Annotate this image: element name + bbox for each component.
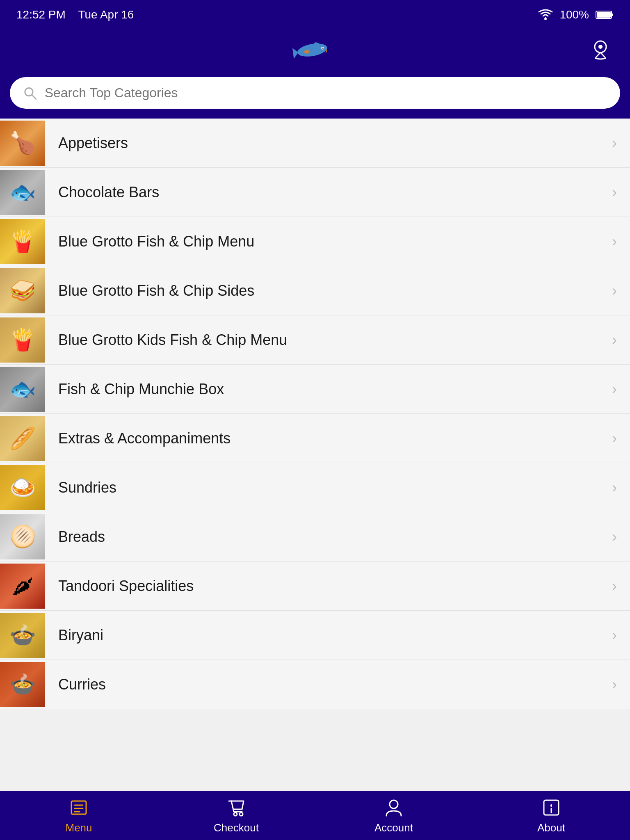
app-logo <box>290 38 340 62</box>
svg-line-12 <box>32 95 36 99</box>
category-label-fish-chip-sides: Blue Grotto Fish & Chip Sides <box>45 282 612 299</box>
category-thumb-breads: 🫓 <box>0 514 45 559</box>
about-icon <box>541 797 562 818</box>
chevron-icon-munchie-box: › <box>612 381 630 398</box>
chevron-icon-curries: › <box>612 676 630 693</box>
search-icon <box>23 86 37 100</box>
category-thumb-tandoori: 🌶 <box>0 564 45 609</box>
status-icons: 100% <box>538 8 614 21</box>
category-item-extras[interactable]: 🥖Extras & Accompaniments› <box>0 414 630 463</box>
nav-account[interactable]: Account <box>315 797 472 834</box>
svg-rect-2 <box>597 12 611 18</box>
category-item-fish-chip-sides[interactable]: 🥪Blue Grotto Fish & Chip Sides› <box>0 266 630 315</box>
category-label-chocolate-bars: Chocolate Bars <box>45 184 612 201</box>
category-item-kids-fish-chip[interactable]: 🍟Blue Grotto Kids Fish & Chip Menu› <box>0 315 630 365</box>
nav-account-label: Account <box>374 822 413 834</box>
menu-icon <box>68 797 89 818</box>
category-label-munchie-box: Fish & Chip Munchie Box <box>45 381 612 398</box>
location-button[interactable] <box>587 36 614 64</box>
category-label-curries: Curries <box>45 676 612 693</box>
svg-point-18 <box>240 813 243 816</box>
category-label-sundries: Sundries <box>45 479 612 496</box>
category-item-sundries[interactable]: 🍛Sundries› <box>0 463 630 512</box>
chevron-icon-appetisers: › <box>612 135 630 152</box>
category-item-fish-chip-menu[interactable]: 🍟Blue Grotto Fish & Chip Menu› <box>0 217 630 266</box>
chevron-icon-sundries: › <box>612 479 630 496</box>
nav-about[interactable]: About <box>472 797 630 834</box>
category-thumb-chocolate-bars: 🐟 <box>0 170 45 215</box>
chevron-icon-fish-chip-sides: › <box>612 282 630 299</box>
category-item-appetisers[interactable]: 🍗Appetisers› <box>0 119 630 168</box>
category-thumb-appetisers: 🍗 <box>0 121 45 166</box>
category-label-fish-chip-menu: Blue Grotto Fish & Chip Menu <box>45 233 612 250</box>
chevron-icon-extras: › <box>612 430 630 447</box>
category-label-kids-fish-chip: Blue Grotto Kids Fish & Chip Menu <box>45 331 612 349</box>
battery-icon <box>596 10 614 20</box>
nav-about-label: About <box>537 822 565 834</box>
cart-icon <box>226 797 247 818</box>
svg-point-7 <box>322 48 324 49</box>
category-thumb-fish-chip-sides: 🥪 <box>0 268 45 313</box>
status-bar: 12:52 PM Tue Apr 16 100% <box>0 0 630 30</box>
bottom-navigation: Menu Checkout Account About <box>0 791 630 840</box>
nav-checkout-label: Checkout <box>214 822 259 834</box>
svg-rect-3 <box>612 14 613 16</box>
category-label-breads: Breads <box>45 528 612 546</box>
nav-menu-label: Menu <box>65 822 92 834</box>
chevron-icon-tandoori: › <box>612 578 630 595</box>
chevron-icon-kids-fish-chip: › <box>612 331 630 349</box>
nav-checkout[interactable]: Checkout <box>158 797 315 834</box>
search-container <box>0 71 630 119</box>
svg-point-10 <box>598 45 603 49</box>
svg-point-4 <box>297 41 328 59</box>
category-item-tandoori[interactable]: 🌶Tandoori Specialities› <box>0 562 630 611</box>
search-input[interactable] <box>45 85 607 100</box>
account-icon <box>383 797 404 818</box>
category-item-biryani[interactable]: 🍲Biryani› <box>0 611 630 660</box>
svg-point-19 <box>390 800 398 808</box>
category-thumb-curries: 🍲 <box>0 662 45 707</box>
category-thumb-biryani: 🍲 <box>0 613 45 658</box>
category-thumb-sundries: 🍛 <box>0 465 45 510</box>
status-date: Tue Apr 16 <box>78 8 134 21</box>
category-label-appetisers: Appetisers <box>45 135 612 152</box>
chevron-icon-breads: › <box>612 528 630 546</box>
chevron-icon-chocolate-bars: › <box>612 184 630 201</box>
status-time: 12:52 PM <box>16 8 66 21</box>
wifi-icon <box>538 9 553 21</box>
category-item-munchie-box[interactable]: 🐟Fish & Chip Munchie Box› <box>0 365 630 414</box>
location-pin-icon <box>587 36 614 62</box>
svg-point-0 <box>544 18 547 20</box>
category-thumb-fish-chip-menu: 🍟 <box>0 219 45 264</box>
status-time-date: 12:52 PM Tue Apr 16 <box>16 8 134 21</box>
nav-menu[interactable]: Menu <box>0 797 158 834</box>
svg-point-17 <box>234 813 237 816</box>
category-label-biryani: Biryani <box>45 627 612 644</box>
chevron-icon-fish-chip-menu: › <box>612 233 630 250</box>
category-list: 🍗Appetisers›🐟Chocolate Bars›🍟Blue Grotto… <box>0 119 630 758</box>
chevron-icon-biryani: › <box>612 627 630 644</box>
category-item-chocolate-bars[interactable]: 🐟Chocolate Bars› <box>0 168 630 217</box>
category-label-extras: Extras & Accompaniments <box>45 430 612 447</box>
category-item-breads[interactable]: 🫓Breads› <box>0 512 630 562</box>
logo-svg <box>290 38 340 62</box>
search-bar[interactable] <box>10 77 620 109</box>
category-thumb-munchie-box: 🐟 <box>0 367 45 412</box>
app-header <box>0 30 630 71</box>
category-item-curries[interactable]: 🍲Curries› <box>0 660 630 709</box>
svg-point-23 <box>550 804 552 806</box>
category-thumb-kids-fish-chip: 🍟 <box>0 317 45 363</box>
category-label-tandoori: Tandoori Specialities <box>45 578 612 595</box>
category-thumb-extras: 🥖 <box>0 416 45 461</box>
battery-status: 100% <box>559 8 589 21</box>
